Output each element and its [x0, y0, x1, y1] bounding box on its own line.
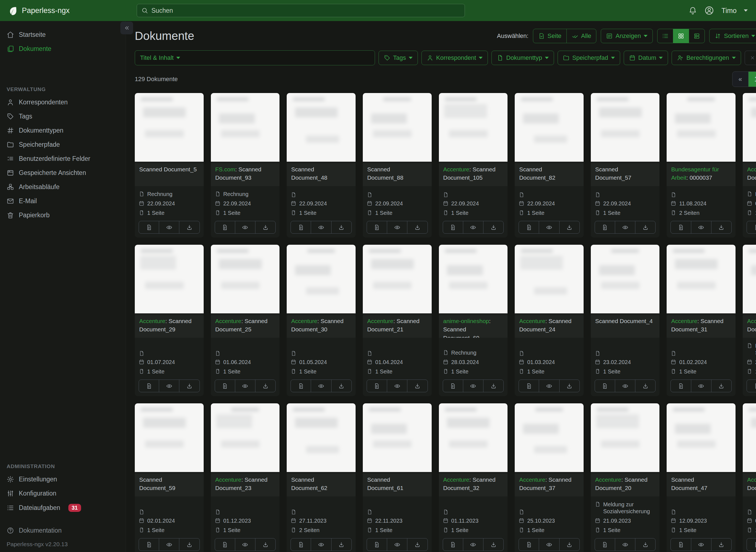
download-button[interactable]	[483, 221, 503, 233]
list-view-button[interactable]	[657, 29, 673, 43]
document-thumbnail[interactable]	[515, 403, 584, 472]
document-thumbnail[interactable]	[439, 93, 508, 162]
document-card[interactable]: Accenture: Scanned Document_29 01.07.202…	[135, 245, 204, 396]
sidebar-item-gespeicherte-ansichten[interactable]: Gespeicherte Ansichten	[0, 166, 126, 180]
preview-button[interactable]	[615, 380, 635, 392]
document-card[interactable]: Accenture: Scanned Document_96 Lohnabrec…	[743, 93, 756, 238]
document-thumbnail[interactable]	[743, 403, 756, 472]
preview-button[interactable]	[235, 538, 255, 551]
document-card[interactable]: Accenture: Scanned Document_30 01.05.202…	[287, 245, 356, 396]
sidebar-item-startseite[interactable]: Startseite	[0, 28, 126, 42]
search-field-selector[interactable]: Titel & Inhalt	[135, 51, 185, 65]
details-button[interactable]	[443, 538, 463, 551]
download-button[interactable]	[331, 221, 351, 233]
document-card[interactable]: Accenture: Scanned Document_25 01.06.202…	[211, 245, 280, 396]
correspondent-link[interactable]: Accenture	[519, 318, 545, 324]
preview-button[interactable]	[311, 380, 331, 392]
download-button[interactable]	[407, 221, 427, 233]
document-card[interactable]: Accenture: Scanned Document_22 01.09.202…	[743, 403, 756, 552]
document-thumbnail[interactable]	[135, 93, 204, 162]
details-button[interactable]	[443, 221, 463, 233]
preview-button[interactable]	[691, 380, 711, 392]
download-button[interactable]	[559, 538, 579, 551]
document-title[interactable]: Accenture: Scanned Document_96	[743, 162, 756, 186]
details-button[interactable]	[671, 380, 691, 392]
document-title[interactable]: Accenture: Scanned Document_36	[743, 313, 756, 338]
preview-button[interactable]	[311, 221, 331, 233]
document-thumbnail[interactable]	[287, 403, 356, 472]
filter-text-input[interactable]	[185, 51, 374, 65]
document-title[interactable]: Accenture: Scanned Document_20	[591, 472, 660, 496]
details-button[interactable]	[291, 538, 311, 551]
document-card[interactable]: FS.com: Scanned Document_93 Rechnung 22.…	[211, 93, 280, 238]
details-button[interactable]	[519, 380, 539, 392]
document-title[interactable]: Accenture: Scanned Document_23	[211, 472, 280, 496]
preview-button[interactable]	[387, 538, 407, 551]
correspondent-link[interactable]: Accenture	[443, 166, 469, 172]
select-page-button[interactable]: Seite	[533, 29, 567, 43]
document-title[interactable]: Scanned Document_4	[591, 313, 660, 338]
tags-filter-dropdown[interactable]: Tags	[379, 51, 418, 65]
document-title[interactable]: Scanned Document_57	[591, 162, 660, 186]
details-button[interactable]	[595, 380, 615, 392]
sidebar-item-dokumente[interactable]: Dokumente	[0, 42, 126, 56]
document-thumbnail[interactable]	[515, 93, 584, 162]
document-title[interactable]: Scanned Document_61	[363, 472, 432, 496]
document-thumbnail[interactable]	[591, 403, 660, 472]
document-thumbnail[interactable]	[135, 403, 204, 472]
details-button[interactable]	[139, 380, 159, 392]
details-button[interactable]	[595, 221, 615, 233]
correspondent-link[interactable]: Accenture	[215, 318, 241, 324]
grid-view-button[interactable]	[673, 29, 689, 43]
document-thumbnail[interactable]	[363, 93, 432, 162]
document-title[interactable]: Scanned Document_48	[287, 162, 356, 186]
document-thumbnail[interactable]	[515, 245, 584, 313]
document-card[interactable]: Scanned Document_5 Rechnung 22.09.2024 1…	[135, 93, 204, 238]
details-button[interactable]	[367, 538, 387, 551]
preview-button[interactable]	[387, 221, 407, 233]
preview-button[interactable]	[463, 538, 483, 551]
document-thumbnail[interactable]	[363, 245, 432, 313]
document-card[interactable]: Scanned Document_82 22.09.2024 1 Seite	[515, 93, 584, 238]
document-title[interactable]: Accenture: Scanned Document_30	[287, 313, 356, 338]
preview-button[interactable]	[539, 221, 559, 233]
download-button[interactable]	[331, 538, 351, 551]
document-thumbnail[interactable]	[287, 93, 356, 162]
document-card[interactable]: anime-onlineshop: Scanned Document_60 Re…	[439, 245, 508, 396]
app-brand[interactable]: Paperless-ngx	[8, 6, 70, 15]
document-card[interactable]: Accenture: Scanned Document_23 01.12.202…	[211, 403, 280, 552]
document-title[interactable]: Accenture: Scanned Document_25	[211, 313, 280, 338]
download-button[interactable]	[255, 221, 275, 233]
details-button[interactable]	[367, 221, 387, 233]
details-button[interactable]	[519, 221, 539, 233]
details-button[interactable]	[367, 380, 387, 392]
details-button[interactable]	[215, 538, 235, 551]
date-filter-dropdown[interactable]: Datum	[624, 51, 668, 65]
details-button[interactable]	[747, 221, 756, 233]
correspondent-link[interactable]: Accenture	[139, 318, 166, 324]
preview-button[interactable]	[539, 538, 559, 551]
preview-button[interactable]	[463, 221, 483, 233]
document-card[interactable]: Accenture: Scanned Document_37 25.10.202…	[515, 403, 584, 552]
pagination-prev[interactable]: «	[733, 72, 748, 87]
preview-button[interactable]	[235, 380, 255, 392]
preview-button[interactable]	[235, 221, 255, 233]
pagination-page-1[interactable]: 1	[748, 72, 756, 87]
document-card[interactable]: Accenture: Scanned Document_20 Meldung z…	[591, 403, 660, 552]
sidebar-item-arbeitsablaeufe[interactable]: Arbeitsabläufe	[0, 180, 126, 194]
document-card[interactable]: Bundesagentur für Arbeit: 0000037 11.08.…	[667, 93, 736, 238]
document-thumbnail[interactable]	[287, 245, 356, 313]
document-title[interactable]: Accenture: Scanned Document_37	[515, 472, 584, 496]
download-button[interactable]	[483, 380, 503, 392]
document-title[interactable]: Scanned Document_5	[135, 162, 204, 186]
document-thumbnail[interactable]	[667, 245, 736, 313]
download-button[interactable]	[179, 221, 199, 233]
download-button[interactable]	[255, 380, 275, 392]
preview-button[interactable]	[159, 221, 179, 233]
sidebar-collapse-button[interactable]	[120, 22, 133, 34]
document-title[interactable]: anime-onlineshop: Scanned Document_60	[439, 313, 508, 338]
correspondent-link[interactable]: Accenture	[747, 318, 756, 324]
search-input[interactable]	[151, 7, 460, 14]
correspondent-link[interactable]: FS.com	[215, 166, 235, 172]
download-button[interactable]	[635, 221, 655, 233]
